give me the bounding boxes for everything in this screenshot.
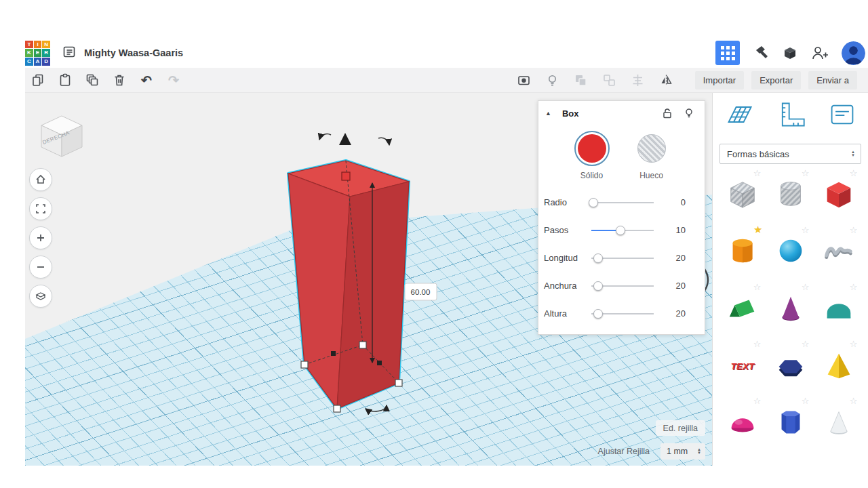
favorite-star-icon[interactable]: ☆ bbox=[753, 396, 762, 406]
favorite-star-icon[interactable]: ☆ bbox=[753, 339, 762, 349]
radius-slider[interactable] bbox=[591, 197, 654, 208]
selected-box[interactable] bbox=[288, 161, 409, 409]
height-slider[interactable] bbox=[591, 308, 654, 319]
snap-grid-select[interactable]: 1 mm ▲▼ bbox=[660, 443, 705, 460]
mirror-icon[interactable] bbox=[659, 73, 674, 87]
home-view-button[interactable] bbox=[29, 168, 52, 191]
shape-item-orange-cylinder[interactable]: ★ bbox=[721, 230, 764, 271]
inspector-collapse-icon[interactable]: ▲ bbox=[545, 110, 551, 117]
favorite-star-icon[interactable]: ☆ bbox=[850, 168, 858, 178]
shape-item-green-roof[interactable]: ☆ bbox=[721, 287, 764, 328]
design-title[interactable]: Mighty Waasa-Gaaris bbox=[84, 47, 183, 58]
zoom-in-button[interactable] bbox=[29, 226, 52, 249]
show-all-icon[interactable] bbox=[517, 73, 532, 87]
solid-swatch-icon bbox=[578, 134, 606, 163]
favorite-star-icon[interactable]: ☆ bbox=[850, 396, 858, 406]
panel-tools bbox=[713, 93, 868, 134]
field-row-radius: Radio 0 bbox=[538, 188, 705, 216]
group-icon[interactable] bbox=[574, 73, 589, 87]
hammer-icon[interactable] bbox=[753, 45, 769, 61]
favorite-star-icon[interactable]: ☆ bbox=[802, 225, 810, 235]
edge-handle[interactable] bbox=[377, 361, 382, 365]
rotate-handle-bottom[interactable] bbox=[366, 405, 387, 411]
favorite-star-icon[interactable]: ☆ bbox=[802, 339, 810, 349]
zoom-out-button[interactable] bbox=[29, 256, 52, 279]
invite-user-icon[interactable] bbox=[811, 45, 829, 61]
favorite-star-icon[interactable]: ★ bbox=[753, 224, 762, 236]
favorite-star-icon[interactable]: ☆ bbox=[802, 396, 810, 406]
height-value: 20 bbox=[676, 308, 686, 319]
shape-item-striped-box[interactable]: ☆ bbox=[721, 174, 764, 214]
ungroup-icon[interactable] bbox=[602, 73, 617, 87]
shape-item-blue-hex-prism[interactable]: ☆ bbox=[769, 401, 812, 442]
rotate-handle-right[interactable] bbox=[378, 138, 389, 145]
main-content: 60.00 DERECHA bbox=[25, 93, 868, 466]
user-avatar[interactable] bbox=[842, 41, 865, 65]
solid-label: Sólido bbox=[580, 171, 603, 180]
favorite-star-icon[interactable]: ☆ bbox=[850, 225, 858, 235]
length-slider[interactable] bbox=[591, 253, 654, 264]
hole-option[interactable]: Hueco bbox=[634, 131, 669, 180]
blocks-icon[interactable] bbox=[782, 45, 798, 61]
top-scale-handle[interactable] bbox=[342, 172, 350, 180]
perspective-toggle-button[interactable] bbox=[29, 285, 52, 308]
shape-item-pink-half-sphere[interactable]: ☆ bbox=[721, 401, 764, 442]
shape-item-white-cone[interactable]: ☆ bbox=[817, 401, 861, 442]
copy-icon[interactable] bbox=[31, 73, 45, 87]
lock-icon[interactable] bbox=[661, 107, 673, 119]
shape-item-red-box[interactable]: ☆ bbox=[817, 174, 861, 214]
ruler-tool-button[interactable] bbox=[775, 98, 808, 133]
notes-tool-button[interactable] bbox=[826, 98, 859, 133]
corner-handle[interactable] bbox=[334, 405, 340, 412]
favorite-star-icon[interactable]: ☆ bbox=[802, 168, 810, 178]
corner-handle[interactable] bbox=[301, 361, 308, 368]
delete-icon[interactable] bbox=[112, 73, 127, 87]
duplicate-icon[interactable] bbox=[85, 73, 100, 87]
dimension-label[interactable]: 60.00 bbox=[405, 283, 437, 300]
shape-item-purple-cone[interactable]: ☆ bbox=[769, 287, 812, 328]
steps-slider[interactable] bbox=[591, 225, 654, 236]
paste-icon[interactable] bbox=[58, 73, 73, 87]
solid-option[interactable]: Sólido bbox=[574, 131, 610, 180]
undo-icon[interactable]: ↶ bbox=[139, 73, 154, 87]
shape-item-teal-round-roof[interactable]: ☆ bbox=[817, 287, 861, 328]
favorite-star-icon[interactable]: ☆ bbox=[802, 282, 810, 292]
redo-icon[interactable]: ↷ bbox=[166, 73, 181, 87]
align-icon[interactable] bbox=[631, 73, 646, 87]
rotate-handle-left[interactable] bbox=[319, 134, 331, 140]
favorite-star-icon[interactable]: ☆ bbox=[850, 339, 858, 349]
width-slider[interactable] bbox=[591, 281, 654, 291]
move-up-handle[interactable] bbox=[339, 133, 351, 145]
view-controls bbox=[29, 168, 52, 308]
apps-grid-button[interactable] bbox=[715, 41, 740, 65]
toolbar: ↶ ↷ bbox=[25, 68, 868, 93]
shape-item-striped-cylinder[interactable]: ☆ bbox=[769, 174, 812, 214]
favorite-star-icon[interactable]: ☆ bbox=[850, 282, 858, 292]
design-properties-icon[interactable] bbox=[62, 45, 76, 61]
svg-text:60.00: 60.00 bbox=[411, 288, 431, 296]
shape-item-yellow-pyramid[interactable]: ☆ bbox=[817, 344, 861, 385]
visibility-bulb-icon[interactable] bbox=[683, 107, 695, 119]
shape-item-navy-polygon[interactable]: ☆ bbox=[769, 344, 812, 385]
corner-handle[interactable] bbox=[359, 342, 366, 348]
shape-category-select[interactable]: Formas básicas ▲▼ bbox=[719, 144, 861, 164]
send-to-button[interactable]: Enviar a bbox=[808, 71, 857, 89]
shape-item-text[interactable]: ☆ TEXT TEXT bbox=[721, 344, 764, 385]
corner-handle[interactable] bbox=[395, 380, 402, 386]
import-button[interactable]: Importar bbox=[695, 71, 744, 89]
radius-value: 0 bbox=[681, 197, 686, 207]
field-row-length: Longitud 20 bbox=[538, 244, 705, 272]
tinkercad-logo-icon[interactable]: TINKERCAD bbox=[25, 41, 50, 66]
view-cube[interactable]: DERECHA bbox=[36, 108, 87, 163]
light-bulb-icon[interactable] bbox=[545, 73, 560, 87]
favorite-star-icon[interactable]: ☆ bbox=[753, 168, 762, 178]
fit-view-button[interactable] bbox=[29, 197, 52, 220]
shape-item-blue-sphere[interactable]: ☆ bbox=[769, 230, 812, 271]
workplane-tool-button[interactable] bbox=[722, 98, 756, 133]
export-button[interactable]: Exportar bbox=[751, 71, 801, 89]
favorite-star-icon[interactable]: ☆ bbox=[753, 282, 762, 292]
shape-item-gray-scribble[interactable]: ☆ bbox=[817, 230, 861, 271]
edit-grid-button[interactable]: Ed. rejilla bbox=[656, 420, 705, 436]
edge-handle[interactable] bbox=[331, 351, 336, 356]
shape-grid: ☆ ☆ bbox=[713, 174, 868, 442]
